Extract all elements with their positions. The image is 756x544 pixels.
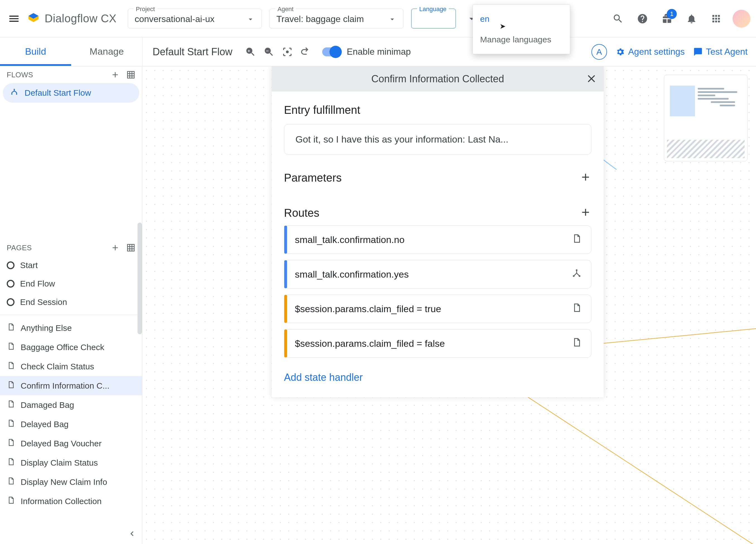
top-bar: Dialogflow CX Project conversational-ai-… <box>0 0 756 37</box>
nav-tabs: Build Manage <box>0 38 142 66</box>
agent-avatar-circle[interactable]: A <box>591 44 607 60</box>
route-item[interactable]: $session.params.claim_filed = false <box>284 329 591 358</box>
page-end-session[interactable]: End Session <box>0 293 142 311</box>
page-panel: Confirm Information Collected Entry fulf… <box>272 66 604 397</box>
page-icon <box>7 342 15 352</box>
page-icon <box>572 337 582 350</box>
page-end-flow[interactable]: End Flow <box>0 275 142 293</box>
zoom-out-icon[interactable] <box>261 44 277 60</box>
page-icon <box>7 361 15 372</box>
language-option-en[interactable]: en <box>479 11 564 27</box>
flow-canvas[interactable]: Confirm Information Collected Entry fulf… <box>142 66 756 544</box>
project-selector[interactable]: Project conversational-ai-ux <box>128 9 262 28</box>
flow-title: Default Start Flow <box>143 46 242 58</box>
page-icon <box>7 323 15 333</box>
close-icon[interactable] <box>585 73 598 87</box>
circle-icon <box>7 280 15 288</box>
page-icon <box>7 438 15 449</box>
whatsnew-icon[interactable]: 1 <box>659 11 675 27</box>
fit-view-icon[interactable] <box>279 44 295 60</box>
add-route-icon[interactable] <box>580 206 591 219</box>
flows-section-label: FLOWS <box>7 71 33 79</box>
tree-icon <box>9 88 19 98</box>
help-icon[interactable] <box>634 11 651 27</box>
user-avatar[interactable] <box>733 10 750 28</box>
page-item[interactable]: Confirm Information C... <box>0 376 142 395</box>
caret-down-icon <box>246 15 255 23</box>
page-icon <box>7 419 15 429</box>
tab-build[interactable]: Build <box>0 38 71 66</box>
page-icon <box>7 496 15 506</box>
add-page-icon[interactable] <box>111 243 120 252</box>
routes-header: Routes <box>284 207 319 219</box>
page-item[interactable]: Anything Else <box>0 318 142 338</box>
sub-bar: Build Manage Default Start Flow Enable m… <box>0 37 756 66</box>
page-start[interactable]: Start <box>0 256 142 275</box>
chat-icon <box>693 47 703 57</box>
hamburger-menu-icon[interactable] <box>6 10 22 27</box>
parameters-header: Parameters <box>284 172 342 184</box>
test-agent-link[interactable]: Test Agent <box>693 47 748 57</box>
notification-badge: 1 <box>667 9 677 19</box>
add-state-handler-link[interactable]: Add state handler <box>284 372 591 383</box>
flows-grid-icon[interactable] <box>126 70 135 79</box>
top-actions: 1 <box>610 10 750 28</box>
flow-item-label: Default Start Flow <box>25 88 91 98</box>
minimap-viewport <box>670 86 695 116</box>
route-item[interactable]: $session.params.claim_filed = true <box>284 295 591 323</box>
flow-icon <box>572 268 582 280</box>
page-item[interactable]: Damaged Bag <box>0 395 142 415</box>
apps-icon[interactable] <box>708 11 724 27</box>
language-dropdown: en ➤ Manage languages <box>473 4 570 54</box>
entry-fulfillment-header: Entry fulfillment <box>284 104 591 116</box>
zoom-in-icon[interactable] <box>242 44 259 60</box>
page-item[interactable]: Delayed Bag <box>0 415 142 434</box>
route-item[interactable]: small_talk.confirmation.yes <box>284 260 591 288</box>
caret-down-icon <box>388 15 396 23</box>
language-selector-label: Language <box>417 6 449 13</box>
add-flow-icon[interactable] <box>111 70 120 79</box>
agent-selector-label: Agent <box>275 6 296 13</box>
minimap-toggle-label: Enable minimap <box>347 47 411 57</box>
project-selector-value: conversational-ai-ux <box>135 14 215 24</box>
pages-section-label: PAGES <box>7 244 32 252</box>
circle-icon <box>7 298 15 306</box>
minimap[interactable] <box>664 75 748 161</box>
agent-selector-value: Travel: baggage claim <box>276 14 364 24</box>
page-item[interactable]: Display Claim Status <box>0 453 142 472</box>
agent-settings-link[interactable]: Agent settings <box>615 47 685 57</box>
notifications-icon[interactable] <box>683 11 700 27</box>
reset-view-icon[interactable] <box>298 44 314 60</box>
page-item[interactable]: Check Claim Status <box>0 357 142 376</box>
brand-name: Dialogflow CX <box>45 12 117 25</box>
page-icon <box>7 381 15 391</box>
page-icon <box>7 400 15 410</box>
project-selector-label: Project <box>134 6 157 13</box>
sidebar-scrollbar[interactable] <box>138 223 142 334</box>
add-parameter-icon[interactable] <box>580 171 591 184</box>
page-item[interactable]: Display New Claim Info <box>0 472 142 492</box>
page-item[interactable]: Information Collection <box>0 492 142 511</box>
sidebar-flow-default[interactable]: Default Start Flow <box>3 83 139 103</box>
page-panel-title: Confirm Information Collected <box>371 73 504 85</box>
agent-selector[interactable]: Agent Travel: baggage claim <box>269 9 403 28</box>
manage-languages-link[interactable]: Manage languages <box>479 27 564 47</box>
brand: Dialogflow CX <box>27 12 117 25</box>
tab-manage[interactable]: Manage <box>71 38 142 66</box>
page-icon <box>572 234 582 246</box>
page-icon <box>7 477 15 487</box>
page-item[interactable]: Delayed Bag Voucher <box>0 434 142 453</box>
pages-grid-icon[interactable] <box>126 243 135 252</box>
dialogflow-logo-icon <box>27 12 40 25</box>
route-item[interactable]: small_talk.confirmation.no <box>284 225 591 254</box>
circle-icon <box>7 261 15 269</box>
minimap-toggle[interactable] <box>322 47 342 56</box>
entry-fulfillment-item[interactable]: Got it, so I have this as your informati… <box>284 124 591 155</box>
search-icon[interactable] <box>610 11 626 27</box>
collapse-sidebar-icon[interactable] <box>127 529 136 540</box>
page-icon <box>572 303 582 315</box>
gear-icon <box>615 47 625 57</box>
page-panel-header: Confirm Information Collected <box>272 66 604 92</box>
language-selector[interactable]: Language <box>411 9 456 28</box>
page-item[interactable]: Baggage Office Check <box>0 338 142 357</box>
